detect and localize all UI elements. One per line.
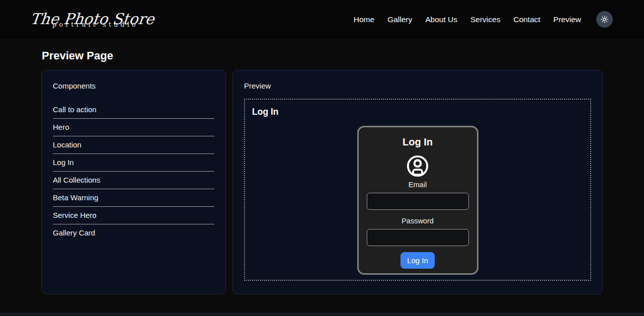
email-label: Email <box>367 180 469 190</box>
login-card-title: Log In <box>367 135 469 148</box>
components-panel-title: Components <box>53 82 214 90</box>
preview-panel-title: Preview <box>244 82 591 90</box>
nav-item-home[interactable]: Home <box>354 15 374 24</box>
component-item-beta-warning[interactable]: Beta Warning <box>53 189 214 207</box>
main-content: Preview Page Components Call to action H… <box>0 49 644 294</box>
footer-strip <box>0 313 644 316</box>
theme-toggle-button[interactable] <box>596 11 613 28</box>
component-item-location[interactable]: Location <box>53 136 214 154</box>
components-list: Call to action Hero Location Log In All … <box>53 101 214 242</box>
site-logo[interactable]: The Photo Store portrait studio <box>30 12 154 28</box>
component-item-log-in[interactable]: Log In <box>53 154 214 172</box>
preview-section-title: Log In <box>252 107 583 117</box>
login-submit-button[interactable]: Log In <box>400 252 435 269</box>
person-circle-icon <box>367 154 469 178</box>
nav-item-services[interactable]: Services <box>470 15 500 24</box>
password-label: Password <box>367 216 469 226</box>
preview-panel: Preview Log In Log In Email Password <box>232 70 603 294</box>
page-title: Preview Page <box>42 49 603 62</box>
nav-item-contact[interactable]: Contact <box>513 15 540 24</box>
password-field[interactable] <box>367 229 469 246</box>
nav-item-about-us[interactable]: About Us <box>425 15 457 24</box>
component-item-all-collections[interactable]: All Collections <box>53 172 214 189</box>
content-columns: Components Call to action Hero Location … <box>41 70 603 294</box>
header: The Photo Store portrait studio Home Gal… <box>0 0 644 39</box>
nav-item-preview[interactable]: Preview <box>553 15 581 24</box>
main-nav: Home Gallery About Us Services Contact P… <box>354 11 613 28</box>
preview-dropzone: Log In Log In Email Password <box>244 99 591 281</box>
component-item-gallery-card[interactable]: Gallery Card <box>53 224 214 242</box>
logo-title: The Photo Store <box>29 12 155 27</box>
email-field[interactable] <box>367 193 469 210</box>
sun-icon <box>600 15 609 24</box>
components-panel: Components Call to action Hero Location … <box>41 70 226 294</box>
component-item-call-to-action[interactable]: Call to action <box>53 101 214 119</box>
nav-item-gallery[interactable]: Gallery <box>387 15 412 24</box>
component-item-service-hero[interactable]: Service Hero <box>53 207 214 224</box>
component-item-hero[interactable]: Hero <box>53 119 214 136</box>
login-card: Log In Email Password Log In <box>357 126 478 275</box>
